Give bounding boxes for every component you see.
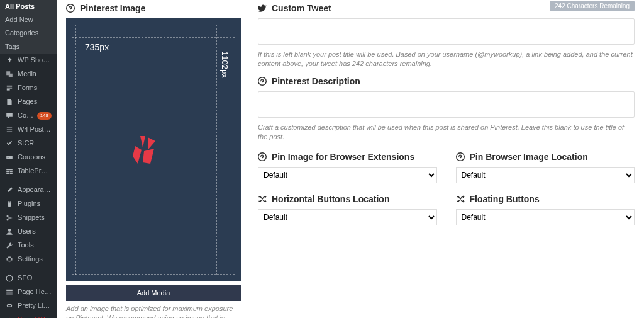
- settings-column: Custom Tweet 242 Characters Remaining If…: [258, 0, 635, 318]
- twitter-icon: [258, 4, 267, 13]
- user-icon: [5, 227, 14, 236]
- sidebar-sub-categories[interactable]: Categories: [0, 26, 57, 40]
- sidebar-sub-all-posts[interactable]: All Posts: [0, 0, 57, 13]
- custom-tweet-input[interactable]: [258, 18, 635, 45]
- wrench-icon: [5, 241, 14, 250]
- svg-point-6: [8, 229, 11, 232]
- svg-rect-1: [7, 88, 12, 89]
- sidebar-item-social-warfare[interactable]: Social Warfare: [0, 313, 57, 318]
- pinterest-icon: [258, 77, 267, 86]
- pinterest-image-title: Pinterest Image: [66, 3, 242, 13]
- pinterest-icon: [258, 152, 267, 161]
- horiz-buttons-title: Horizontal Buttons Location: [258, 194, 437, 204]
- sidebar-sub-tags[interactable]: Tags: [0, 40, 57, 54]
- sidebar-item-settings[interactable]: Settings: [0, 253, 57, 266]
- float-buttons-title: Floating Buttons: [456, 194, 635, 204]
- svg-rect-9: [6, 292, 13, 295]
- svg-rect-8: [6, 290, 13, 291]
- sidebar-item-seo[interactable]: SEO: [0, 271, 57, 285]
- width-label: 735px: [85, 42, 109, 52]
- sidebar-item-wp-show-posts[interactable]: WP Show Posts: [0, 54, 57, 67]
- add-media-button[interactable]: Add Media: [66, 285, 241, 301]
- height-label: 1102px: [220, 51, 230, 78]
- svg-point-4: [7, 215, 9, 217]
- header-icon: [5, 288, 14, 297]
- svg-point-7: [6, 275, 13, 281]
- sidebar-sub-add-new[interactable]: Add New: [0, 13, 57, 26]
- check-icon: [5, 139, 14, 148]
- list-icon: [5, 125, 14, 134]
- brush-icon: [5, 186, 14, 195]
- main-content: Pinterest Image 735px 1102px Add Media A…: [57, 0, 644, 318]
- svg-rect-0: [7, 86, 12, 87]
- svg-point-3: [8, 157, 9, 158]
- pin-browser-loc-select[interactable]: Default: [456, 167, 635, 183]
- gear-icon: [5, 255, 14, 264]
- sidebar-item-pages[interactable]: Pages: [0, 95, 57, 109]
- custom-tweet-hint: If this is left blank your post title wi…: [258, 50, 635, 69]
- sidebar-item-users[interactable]: Users: [0, 225, 57, 239]
- media-icon: [5, 70, 14, 79]
- coupon-icon: [5, 153, 14, 162]
- pinterest-image-hint: Add an image that is optimized for maxim…: [66, 304, 242, 318]
- float-buttons-select[interactable]: Default: [456, 209, 635, 225]
- flame-icon: [5, 315, 14, 318]
- pinterest-icon: [456, 152, 465, 161]
- table-icon: [5, 167, 14, 176]
- svg-point-12: [67, 4, 75, 13]
- admin-sidebar: All Posts Add New Categories Tags WP Sho…: [0, 0, 57, 318]
- svg-rect-2: [7, 89, 10, 91]
- pin-browser-ext-title: Pin Image for Browser Extensions: [258, 152, 437, 162]
- pinterest-image-preview[interactable]: 735px 1102px: [66, 18, 241, 281]
- pin-icon: [5, 56, 14, 65]
- sidebar-item-page-headers[interactable]: Page Headers: [0, 285, 57, 299]
- shuffle-icon: [258, 195, 267, 203]
- sidebar-item-w4-post-list[interactable]: W4 Post List: [0, 123, 57, 137]
- plugin-icon: [5, 200, 14, 208]
- comment-count-badge: 148: [37, 112, 52, 120]
- page-icon: [5, 98, 14, 106]
- pinterest-image-column: Pinterest Image 735px 1102px Add Media A…: [66, 0, 242, 318]
- sidebar-item-media[interactable]: Media: [0, 67, 57, 81]
- warfare-logo-icon: [128, 131, 165, 169]
- sidebar-item-coupons[interactable]: Coupons: [0, 150, 57, 164]
- comment-icon: [5, 111, 14, 120]
- svg-point-15: [456, 153, 464, 161]
- sidebar-item-snippets[interactable]: Snippets: [0, 211, 57, 225]
- pinterest-icon: [66, 4, 75, 13]
- sidebar-item-comments[interactable]: Comments148: [0, 109, 57, 123]
- pin-browser-loc-title: Pin Browser Image Location: [456, 152, 635, 162]
- sidebar-item-stcr[interactable]: StCR: [0, 137, 57, 150]
- sidebar-item-tools[interactable]: Tools: [0, 239, 57, 253]
- link-icon: [5, 302, 14, 310]
- pinterest-desc-title: Pinterest Description: [258, 76, 635, 86]
- pinterest-desc-hint: Craft a customized description that will…: [258, 123, 635, 142]
- sidebar-item-appearance[interactable]: Appearance: [0, 183, 57, 197]
- pinterest-desc-input[interactable]: [258, 91, 635, 118]
- sidebar-item-forms[interactable]: Forms: [0, 81, 57, 95]
- scissors-icon: [5, 213, 14, 222]
- horiz-buttons-select[interactable]: Default: [258, 209, 437, 225]
- sidebar-item-pretty-links[interactable]: Pretty Links: [0, 299, 57, 313]
- pin-browser-ext-select[interactable]: Default: [258, 167, 437, 183]
- char-remaining-badge: 242 Characters Remaining: [550, 1, 635, 11]
- svg-point-5: [7, 219, 9, 220]
- svg-point-13: [258, 77, 267, 85]
- forms-icon: [5, 84, 14, 93]
- sidebar-item-plugins[interactable]: Plugins: [0, 197, 57, 211]
- seo-icon: [5, 274, 14, 283]
- svg-point-14: [258, 153, 267, 161]
- sidebar-item-tablepress[interactable]: TablePress: [0, 164, 57, 178]
- shuffle-icon: [456, 195, 465, 203]
